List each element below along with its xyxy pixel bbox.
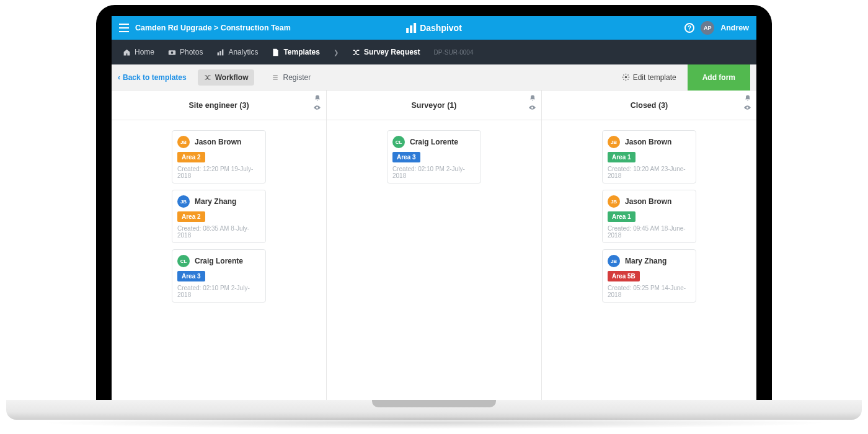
card-person-name: Jason Brown: [625, 197, 671, 206]
tab-register[interactable]: Register: [265, 69, 317, 86]
screen: Camden Rd Upgrade > Construction Team Da…: [112, 16, 756, 401]
workflow-card[interactable]: JBMary ZhangArea 2Created: 08:35 AM 8-Ju…: [172, 190, 266, 243]
menu-icon[interactable]: [119, 24, 129, 32]
card-created-text: Created: 05:25 PM 14-June-2018: [608, 285, 691, 298]
card-person-name: Craig Lorente: [195, 257, 243, 265]
back-label: Back to templates: [123, 73, 187, 82]
workflow-card[interactable]: JBJason BrownArea 1Created: 09:45 AM 18-…: [602, 190, 696, 243]
column-header: Closed (3): [542, 91, 756, 120]
nav-sub-label: Survey Request: [364, 48, 420, 56]
chevron-right-icon: ❯: [334, 49, 339, 56]
card-area-tag: Area 1: [608, 152, 636, 162]
shuffle-icon: [352, 48, 360, 56]
laptop-frame: Camden Rd Upgrade > Construction Team Da…: [96, 5, 772, 402]
laptop-notch: [372, 400, 496, 407]
bell-icon[interactable]: [529, 94, 536, 102]
card-avatar: JB: [608, 255, 620, 267]
tab-workflow[interactable]: Workflow: [198, 69, 255, 86]
eye-icon[interactable]: [743, 104, 751, 112]
nav-analytics-label: Analytics: [228, 48, 258, 56]
card-avatar: JB: [608, 136, 620, 148]
nav-photos-label: Photos: [180, 48, 203, 56]
card-created-text: Created: 10:20 AM 23-June-2018: [608, 166, 691, 179]
workflow-column: Closed (3)JBJason BrownArea 1Created: 10…: [542, 91, 756, 401]
laptop-shadow: [37, 417, 831, 429]
card-avatar: JB: [177, 195, 190, 208]
user-avatar[interactable]: AP: [701, 21, 714, 35]
svg-point-1: [171, 51, 174, 54]
bell-icon[interactable]: [314, 94, 321, 102]
column-title: Surveyor (1): [412, 101, 457, 110]
workflow-column: Surveyor (1)CLCraig LorenteArea 3Created…: [327, 91, 542, 401]
help-icon[interactable]: ?: [684, 23, 694, 33]
add-form-button[interactable]: Add form: [688, 64, 750, 91]
svg-point-8: [624, 76, 627, 79]
card-person-name: Craig Lorente: [410, 138, 458, 146]
chevron-left-icon: ‹: [118, 73, 120, 82]
template-code: DP-SUR-0004: [434, 49, 474, 56]
brand-bars-icon: [406, 23, 416, 33]
svg-rect-2: [218, 52, 219, 55]
back-to-templates-link[interactable]: ‹ Back to templates: [118, 73, 187, 82]
card-avatar: JB: [608, 195, 620, 208]
user-name[interactable]: Andrew: [720, 24, 749, 32]
card-avatar: CL: [177, 255, 190, 267]
column-body: CLCraig LorenteArea 3Created: 02:10 PM 2…: [327, 120, 541, 193]
file-icon: [272, 48, 280, 56]
card-person-name: Jason Brown: [625, 138, 671, 146]
column-title: Site engineer (3): [188, 101, 249, 110]
nav-analytics[interactable]: Analytics: [216, 48, 258, 56]
workflow-card[interactable]: CLCraig LorenteArea 3Created: 02:10 PM 2…: [387, 130, 481, 184]
card-avatar: CL: [392, 136, 405, 148]
card-area-tag: Area 2: [177, 211, 205, 222]
navbar: Home Photos Analytics Templates ❯: [112, 40, 756, 64]
card-created-text: Created: 09:45 AM 18-June-2018: [608, 225, 691, 239]
card-created-text: Created: 02:10 PM 2-July-2018: [392, 166, 476, 179]
column-header: Site engineer (3): [112, 91, 326, 120]
card-area-tag: Area 2: [177, 152, 205, 162]
column-body: JBJason BrownArea 2Created: 12:20 PM 19-…: [112, 120, 326, 312]
workflow-card[interactable]: CLCraig LorenteArea 3Created: 02:10 PM 2…: [172, 249, 266, 303]
nav-home[interactable]: Home: [123, 48, 154, 56]
register-label: Register: [283, 73, 311, 82]
bell-icon[interactable]: [744, 94, 751, 102]
column-header: Surveyor (1): [327, 91, 541, 120]
nav-home-label: Home: [135, 48, 154, 56]
card-avatar: JB: [177, 136, 190, 148]
svg-rect-4: [222, 49, 223, 55]
card-area-tag: Area 1: [608, 211, 636, 222]
breadcrumb[interactable]: Camden Rd Upgrade > Construction Team: [135, 24, 291, 32]
edit-template-button[interactable]: Edit template: [613, 73, 685, 82]
topbar: Camden Rd Upgrade > Construction Team Da…: [112, 16, 756, 40]
card-created-text: Created: 02:10 PM 2-July-2018: [177, 285, 260, 298]
card-area-tag: Area 5B: [608, 271, 640, 281]
card-area-tag: Area 3: [177, 271, 205, 281]
list-icon: [272, 74, 279, 81]
card-person-name: Mary Zhang: [625, 257, 666, 265]
nav-sub-survey-request[interactable]: Survey Request: [352, 48, 420, 56]
workflow-card[interactable]: JBJason BrownArea 1Created: 10:20 AM 23-…: [602, 130, 696, 184]
svg-rect-3: [220, 51, 221, 55]
workflow-label: Workflow: [215, 73, 249, 82]
card-created-text: Created: 08:35 AM 8-July-2018: [177, 225, 260, 239]
brand-name: Dashpivot: [420, 23, 462, 33]
workflow-card[interactable]: JBJason BrownArea 2Created: 12:20 PM 19-…: [172, 130, 266, 184]
workflow-board: Site engineer (3)JBJason BrownArea 2Crea…: [112, 91, 756, 401]
nav-templates-label: Templates: [283, 48, 319, 56]
nav-photos[interactable]: Photos: [168, 48, 203, 56]
nav-templates[interactable]: Templates: [272, 48, 319, 56]
shuffle-icon: [204, 74, 211, 81]
card-person-name: Jason Brown: [195, 138, 241, 146]
eye-icon[interactable]: [528, 104, 536, 112]
app-brand: Dashpivot: [406, 23, 462, 33]
column-title: Closed (3): [631, 101, 668, 110]
workflow-card[interactable]: JBMary ZhangArea 5BCreated: 05:25 PM 14-…: [602, 249, 696, 303]
gear-icon: [622, 73, 630, 81]
add-form-label: Add form: [702, 73, 735, 82]
card-created-text: Created: 12:20 PM 19-July-2018: [177, 166, 260, 179]
card-area-tag: Area 3: [392, 152, 420, 162]
toolbar: ‹ Back to templates Workflow Register: [112, 64, 756, 91]
camera-icon: [168, 48, 176, 56]
home-icon: [123, 48, 131, 56]
eye-icon[interactable]: [313, 104, 321, 112]
